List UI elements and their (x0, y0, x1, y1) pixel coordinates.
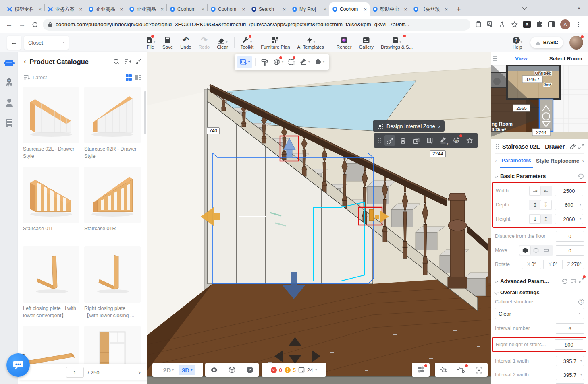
extensions-puzzle-icon[interactable] (536, 21, 543, 28)
width-input[interactable]: 2500 (555, 186, 583, 196)
height-input[interactable]: 2060▾ (555, 214, 583, 224)
browser-tab[interactable]: Coohom× (167, 2, 207, 16)
product-tile[interactable]: Staircase 02R - Drawer Style (84, 87, 141, 160)
product-tile[interactable]: Staircase 01L (23, 167, 79, 240)
collapse-caret-icon[interactable] (495, 290, 499, 294)
window-minimize-icon[interactable] (534, 0, 552, 16)
nav-up-arrow[interactable] (289, 337, 301, 346)
toolkit-button[interactable]: ▾ Toolkit (237, 33, 258, 52)
expand-advanced-icon[interactable] (579, 278, 584, 284)
tab-view[interactable]: View (499, 56, 544, 62)
page-input[interactable]: 1 (66, 367, 84, 378)
marquee-select-button[interactable] (286, 56, 297, 68)
replace-sync-button[interactable]: ▾ (271, 56, 285, 68)
browser-profile-avatar[interactable]: A (560, 19, 570, 29)
next-page-icon[interactable]: › (138, 368, 141, 376)
right-height-input[interactable]: 800 (555, 339, 583, 350)
browser-tab[interactable]: Search× (248, 2, 289, 16)
back-icon[interactable]: ← (4, 19, 15, 30)
tab-close-icon[interactable]: × (404, 6, 407, 12)
clear-button[interactable]: ▾ Clear (213, 33, 231, 52)
tab-close-icon[interactable]: × (201, 6, 204, 12)
tabs-scroll-right-icon[interactable]: › (582, 158, 584, 164)
browser-tab[interactable]: 【夹丝玻× (410, 2, 451, 16)
window-menu-icon[interactable] (515, 0, 534, 16)
window-maximize-icon[interactable] (552, 0, 570, 16)
browser-tab[interactable]: Coohom× (208, 2, 248, 16)
browser-tab[interactable]: 企业商品× (85, 2, 126, 16)
height-direction-toggle[interactable]: ↧↥ (529, 214, 552, 224)
rotate-z-input[interactable]: Z270° (565, 260, 584, 269)
translate-icon[interactable] (487, 21, 494, 28)
viewport-3d[interactable]: 740 2244 ▾ ▾ ▾ (147, 52, 491, 384)
drawings-schemes-button[interactable]: ▾ Drawings & S... (377, 33, 416, 52)
move-z-icon[interactable] (541, 246, 552, 255)
modeling-tool-button[interactable]: ▾ (237, 56, 252, 68)
tab-close-icon[interactable]: × (242, 6, 245, 12)
browser-tab[interactable]: My Proj× (289, 2, 329, 16)
sidebar-icon[interactable] (548, 21, 555, 27)
delete-button[interactable] (398, 135, 408, 146)
extend-right-icon[interactable]: ⇥ (530, 186, 540, 195)
reset-icon[interactable] (578, 173, 584, 179)
product-tile[interactable]: Right closing plate 【with lower closing … (84, 246, 141, 320)
redo-button[interactable]: ↷ Redo (195, 33, 214, 52)
rail-brand-item[interactable]: V (0, 72, 18, 93)
user-avatar[interactable] (569, 36, 583, 50)
tab-close-icon[interactable]: × (120, 6, 123, 12)
reset-icon[interactable] (562, 279, 568, 284)
ai-templates-button[interactable]: ▾ AI Templates (294, 33, 328, 52)
interval-1-input[interactable]: 395.7▾ (556, 356, 584, 366)
depth-direction-toggle[interactable]: ↥↧ (529, 200, 552, 210)
browser-tab[interactable]: 模型专栏× (4, 2, 44, 16)
panel-drag-handle-icon[interactable] (491, 56, 499, 61)
interval-2-input[interactable]: 395.7▾ (556, 370, 584, 380)
furniture-plan-button[interactable]: Furniture Plan (257, 33, 293, 52)
back-chevron-icon[interactable]: ‹ (24, 58, 26, 65)
x-extension-icon[interactable]: X (523, 21, 531, 28)
cabinet-structure-select[interactable]: Clear ▾ (495, 308, 584, 319)
list-view-icon[interactable] (135, 74, 141, 81)
performance-gauge-icon[interactable] (242, 363, 258, 377)
width-direction-toggle[interactable]: ⇥⇤ (529, 186, 552, 196)
move-y-icon[interactable] (530, 246, 541, 255)
browser-tab[interactable]: 企业商品× (126, 2, 166, 16)
browser-tab[interactable]: 业务方案× (45, 2, 85, 16)
render-button[interactable]: Render (333, 33, 355, 52)
extend-down-icon[interactable]: ↧ (530, 215, 540, 223)
bookmark-star-icon[interactable] (511, 21, 518, 28)
issues-bar[interactable]: × 0 ! 5 24 ▾ (262, 363, 326, 377)
panel-drag-handle-icon[interactable] (495, 144, 500, 149)
hammer-tool-button[interactable]: ▾ (297, 56, 312, 68)
plan-badge[interactable]: BASIC (530, 37, 563, 48)
help-button[interactable]: ?▾ Help (511, 33, 524, 52)
tab-close-icon[interactable]: × (160, 6, 164, 12)
rail-cabinet-item[interactable] (0, 113, 18, 133)
duplicate-button[interactable] (411, 135, 422, 146)
nav-left-arrow[interactable] (274, 350, 283, 362)
favorite-star-button[interactable] (464, 135, 475, 146)
product-tile[interactable]: Staircase 01R (84, 167, 141, 240)
minimap-canvas[interactable]: Untitled 9m² 3746.7 2565 2244 ng Room 9.… (491, 65, 588, 139)
catalogue-scrollbar[interactable] (144, 91, 146, 134)
visibility-eye-icon[interactable] (206, 363, 222, 377)
grid-view-icon[interactable] (125, 74, 132, 81)
tab-close-icon[interactable]: × (79, 6, 82, 12)
tab-parameters[interactable]: Parameters (500, 154, 533, 168)
browser-tab-active[interactable]: Coohom× (329, 2, 370, 16)
design-internal-zone-button[interactable]: Design Internal Zone › (373, 120, 445, 132)
browser-tab[interactable]: 帮助中心× (370, 2, 410, 16)
tab-close-icon[interactable]: × (364, 6, 367, 12)
product-tile[interactable]: Staircase 02L - Drawer Style (23, 87, 79, 160)
tabs-scroll-left-icon[interactable]: ‹ (495, 158, 497, 164)
extend-up-icon[interactable]: ↥ (530, 200, 540, 209)
interval-number-input[interactable]: 6 (556, 323, 584, 334)
camera-settings-icon[interactable] (453, 363, 469, 377)
move-axis-toggle[interactable] (519, 245, 553, 256)
paint-roller-button[interactable] (259, 56, 270, 68)
mode-3d-button[interactable]: 3D▾ (179, 365, 195, 375)
move-input[interactable]: 0 (556, 245, 584, 256)
nav-right-arrow[interactable] (312, 350, 320, 362)
scale-tool-button[interactable] (384, 135, 395, 146)
tab-close-icon[interactable]: × (445, 6, 448, 12)
